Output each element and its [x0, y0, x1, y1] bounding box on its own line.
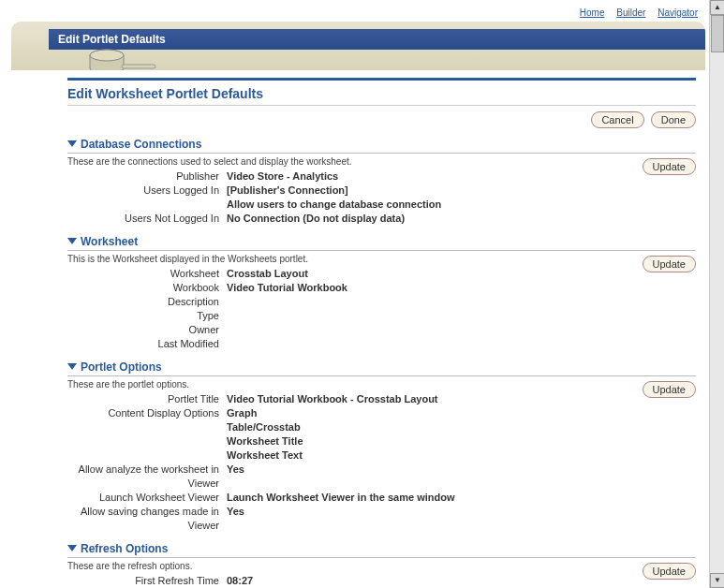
ws-fields: WorksheetCrosstab Layout WorkbookVideo T… — [67, 267, 696, 351]
field-value: Launch Worksheet Viewer in the same wind… — [227, 491, 455, 505]
field-label: Allow analyze the worksheet in Viewer — [67, 463, 227, 491]
update-button[interactable]: Update — [643, 158, 696, 175]
db-fields: PublisherVideo Store - Analytics Users L… — [67, 169, 696, 226]
field-value: Worksheet Title — [227, 434, 303, 448]
scrollbar[interactable]: ▲ ▼ — [709, 0, 724, 588]
field-value: Table/Crosstab — [227, 420, 301, 434]
field-label: Workbook — [67, 281, 227, 295]
divider — [67, 78, 696, 81]
field-value: Video Tutorial Workbook — [227, 281, 347, 295]
scrollbar-thumb[interactable] — [711, 15, 724, 52]
field-label: Worksheet — [67, 267, 227, 281]
section-refresh-options: Refresh Options — [67, 542, 696, 558]
field-value: Allow users to change database connectio… — [227, 198, 441, 212]
banner-db-icon — [86, 44, 161, 70]
page-title: Edit Worksheet Portlet Defaults — [67, 86, 696, 101]
field-value: [Publisher's Connection] — [227, 184, 348, 198]
field-value: Graph — [227, 406, 257, 420]
nav-home[interactable]: Home — [580, 7, 605, 18]
field-label: First Refresh Time — [67, 574, 227, 588]
section-desc: These are the portlet options. — [67, 379, 696, 390]
update-button[interactable]: Update — [643, 256, 696, 272]
collapse-icon[interactable] — [67, 363, 77, 370]
field-label — [67, 448, 227, 463]
svg-rect-2 — [122, 65, 155, 68]
nav-builder[interactable]: Builder — [616, 7, 645, 18]
nav-navigator[interactable]: Navigator — [658, 7, 698, 18]
update-button[interactable]: Update — [643, 563, 696, 580]
section-desc: These are the connections used to select… — [67, 156, 696, 167]
field-label — [67, 420, 227, 434]
field-label: Launch Worksheet Viewer — [67, 491, 227, 505]
field-label: Portlet Title — [67, 392, 227, 406]
field-label: Owner — [67, 323, 227, 337]
field-value: No Connection (Do not display data) — [227, 212, 405, 226]
collapse-icon[interactable] — [67, 238, 77, 244]
section-worksheet: Worksheet — [67, 235, 696, 251]
field-label: Content Display Options — [67, 406, 227, 420]
divider — [67, 105, 696, 106]
section-desc: This is the Worksheet displayed in the W… — [67, 254, 696, 264]
field-label: Allow saving changes made in Viewer — [67, 505, 227, 533]
banner: Edit Portlet Defaults — [11, 22, 705, 70]
field-label — [67, 434, 227, 448]
field-label: Users Not Logged In — [67, 212, 227, 226]
field-label: Last Modified — [67, 337, 227, 351]
svg-point-1 — [90, 50, 124, 61]
cancel-button[interactable]: Cancel — [591, 111, 643, 128]
field-value: 08:27 — [227, 574, 253, 588]
field-label: Users Logged In — [67, 184, 227, 198]
section-database-connections: Database Connections — [67, 138, 696, 154]
field-value: Video Store - Analytics — [227, 169, 338, 184]
ro-fields: First Refresh Time08:27 First Refresh Da… — [67, 574, 696, 588]
field-value: Worksheet Text — [227, 448, 303, 463]
field-value: Yes — [227, 463, 244, 491]
field-label: Description — [67, 295, 227, 309]
field-label: Type — [67, 309, 227, 323]
field-label: Publisher — [67, 169, 227, 184]
collapse-icon[interactable] — [67, 140, 77, 147]
collapse-icon[interactable] — [67, 545, 77, 551]
po-fields: Portlet TitleVideo Tutorial Workbook - C… — [67, 392, 696, 533]
field-value: Crosstab Layout — [227, 267, 308, 281]
field-value: Yes — [227, 505, 244, 533]
top-nav: Home Builder Navigator — [11, 4, 705, 20]
update-button[interactable]: Update — [643, 381, 696, 398]
scroll-up-icon[interactable]: ▲ — [710, 0, 724, 15]
field-label — [67, 198, 227, 212]
section-desc: These are the refresh options. — [67, 561, 696, 571]
scroll-down-icon[interactable]: ▼ — [710, 573, 724, 588]
field-value: Video Tutorial Workbook - Crosstab Layou… — [227, 392, 438, 406]
done-button[interactable]: Done — [651, 111, 696, 128]
section-portlet-options: Portlet Options — [67, 360, 696, 376]
